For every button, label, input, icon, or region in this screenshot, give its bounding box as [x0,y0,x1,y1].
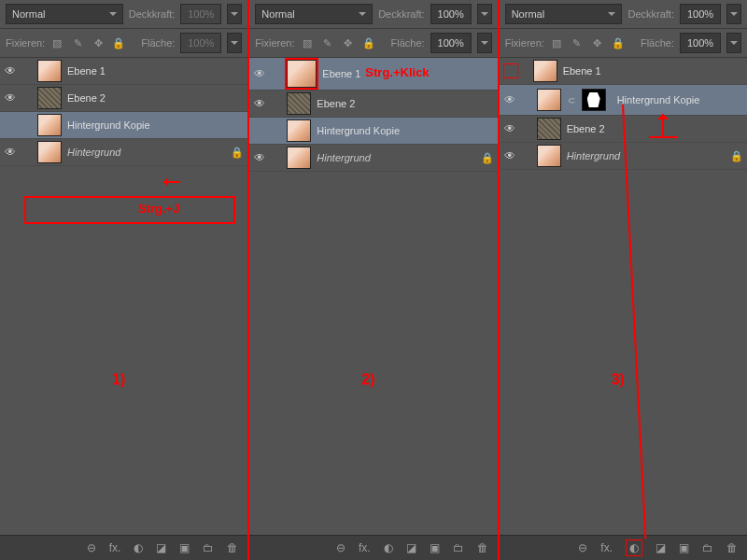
fx-icon[interactable]: fx. [109,541,121,554]
lock-label: Fixieren: [6,37,45,49]
opacity-value[interactable]: 100% [430,4,472,24]
layer-name[interactable]: Hintergrund [567,150,725,161]
layer-thumb[interactable] [37,60,62,82]
trash-icon[interactable]: 🗑 [477,541,488,554]
blend-mode-select[interactable]: Normal [255,4,373,24]
fill-value[interactable]: 100% [430,33,472,53]
layer-thumb[interactable] [537,89,561,111]
link-layers-icon[interactable]: ⊖ [87,541,96,554]
layer-thumb[interactable] [537,145,561,167]
adjustment-icon[interactable]: ◪ [406,541,416,554]
layer-row[interactable]: Ebene 1 [500,58,747,85]
lock-transparency-icon[interactable]: ▧ [50,36,63,49]
layer-row[interactable]: 👁 Ebene 2 [0,85,247,112]
visibility-icon[interactable]: 👁 [253,97,266,110]
new-layer-icon[interactable]: 🗀 [453,541,464,554]
lock-all-icon[interactable]: 🔒 [362,36,375,49]
lock-transparency-icon[interactable]: ▧ [550,36,563,49]
opacity-stepper[interactable] [477,4,492,24]
layer-name[interactable]: Ebene 1 [563,65,743,77]
layer-thumb[interactable] [537,118,561,140]
layer-row[interactable]: 👁 Ebene 2 [500,116,747,143]
layer-name[interactable]: Hintergrund Kopie [617,94,743,105]
layer-thumb[interactable] [37,87,62,109]
layer-row[interactable]: 👁 Hintergrund 🔒 [0,139,247,166]
visibility-icon[interactable]: 👁 [503,93,516,106]
layer-name[interactable]: Hintergrund [317,152,474,163]
layer-row[interactable]: 👁 Hintergrund 🔒 [500,143,747,170]
layer-name[interactable]: Hintergrund Kopie [67,119,244,131]
opacity-stepper[interactable] [726,4,741,24]
opacity-value[interactable]: 100% [680,4,721,24]
layer-name[interactable]: Ebene 2 [567,123,743,134]
layer-name[interactable]: Hintergrund [67,147,225,158]
layer-row[interactable]: 👁 Ebene 2 [249,91,497,118]
panel-footer: ⊖ fx. ◐ ◪ ▣ 🗀 🗑 [500,535,747,560]
layer-mask-thumb[interactable] [582,89,606,111]
visibility-icon[interactable]: 👁 [253,67,266,80]
fill-stepper[interactable] [726,33,741,53]
layer-name[interactable]: Hintergrund Kopie [317,125,493,136]
layer-thumb[interactable] [37,141,62,163]
new-layer-icon[interactable]: 🗀 [702,541,713,554]
layer-thumb[interactable] [533,60,557,82]
trash-icon[interactable]: 🗑 [227,541,238,554]
layer-thumb[interactable] [287,147,311,169]
lock-move-icon[interactable]: ✥ [92,36,105,49]
layer-row-selected[interactable]: 👁 ⊂ Hintergrund Kopie [500,85,747,116]
lock-move-icon[interactable]: ✥ [591,36,604,49]
lock-paint-icon[interactable]: ✎ [71,36,84,49]
visibility-icon[interactable] [253,124,266,137]
opacity-stepper[interactable] [227,4,242,24]
fill-value[interactable]: 100% [180,33,221,53]
layer-name[interactable]: Ebene 2 [317,98,493,109]
layer-link-icon[interactable]: ⊂ [567,95,576,105]
fill-stepper[interactable] [227,33,242,53]
group-icon[interactable]: ▣ [179,541,190,554]
visibility-icon[interactable]: 👁 [4,146,17,159]
layer-row-selected[interactable]: 👁 Ebene 1 [249,58,497,91]
layer-thumb[interactable] [287,60,317,88]
blend-mode-select[interactable]: Normal [505,4,623,24]
lock-paint-icon[interactable]: ✎ [571,36,584,49]
fx-icon[interactable]: fx. [600,541,613,554]
link-layers-icon[interactable]: ⊖ [336,541,345,554]
layer-row[interactable]: 👁 Hintergrund 🔒 [249,145,497,172]
visibility-icon[interactable]: 👁 [4,64,17,77]
visibility-icon[interactable]: 👁 [4,91,17,105]
new-layer-icon[interactable]: 🗀 [203,541,214,554]
trash-icon[interactable]: 🗑 [726,541,738,554]
mask-icon[interactable]: ◐ [626,539,642,556]
opacity-value[interactable]: 100% [180,4,221,24]
fill-value[interactable]: 100% [680,33,721,53]
layer-name[interactable]: Ebene 1 [67,65,244,77]
layer-row[interactable]: 👁 Ebene 1 [0,58,247,85]
layer-row-selected[interactable]: Hintergrund Kopie [0,112,247,139]
layer-thumb[interactable] [287,92,311,115]
layer-thumb[interactable] [287,119,311,142]
lock-transparency-icon[interactable]: ▧ [301,36,314,49]
mask-icon[interactable]: ◐ [134,541,143,554]
link-layers-icon[interactable]: ⊖ [578,541,587,554]
lock-paint-icon[interactable]: ✎ [321,36,334,49]
layer-thumb[interactable] [37,114,62,136]
fx-icon[interactable]: fx. [359,541,371,554]
adjustment-icon[interactable]: ◪ [156,541,166,554]
layer-name[interactable]: Ebene 2 [67,92,244,104]
visibility-icon[interactable] [4,119,17,132]
fill-stepper[interactable] [477,33,492,53]
visibility-icon[interactable]: 👁 [503,122,516,135]
adjustment-icon[interactable]: ◪ [655,541,666,554]
group-icon[interactable]: ▣ [679,541,689,554]
blend-mode-select[interactable]: Normal [6,4,123,24]
group-icon[interactable]: ▣ [430,541,440,554]
layer-name[interactable]: Ebene 1 [322,68,493,79]
layer-row-selected[interactable]: Hintergrund Kopie [249,118,497,145]
lock-all-icon[interactable]: 🔒 [112,36,125,49]
lock-move-icon[interactable]: ✥ [342,36,355,49]
lock-all-icon[interactable]: 🔒 [612,36,625,49]
visibility-icon[interactable]: 👁 [503,149,516,162]
visibility-icon[interactable]: 👁 [253,151,266,164]
mask-icon[interactable]: ◐ [384,541,393,554]
blend-row: Normal Deckkraft: 100% [0,0,247,29]
